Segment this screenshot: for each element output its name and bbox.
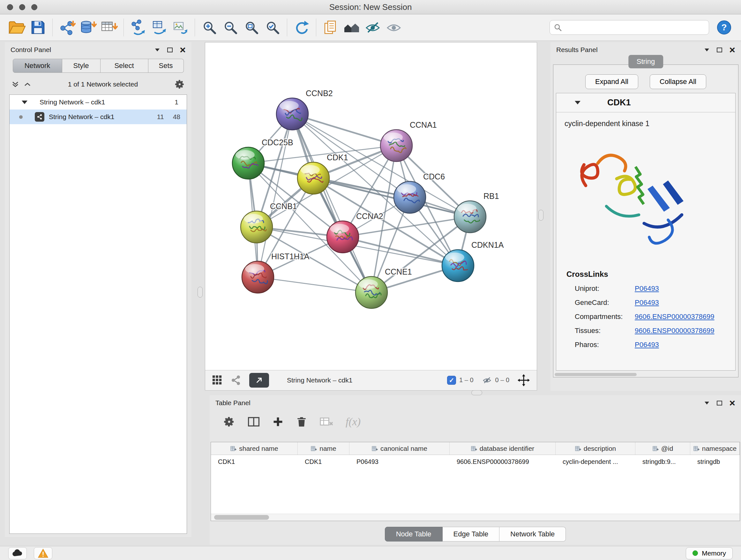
column-header[interactable]: description <box>556 442 635 455</box>
table-panel: Table Panel × <box>210 395 741 545</box>
control-panel-header: Control Panel × <box>5 42 192 57</box>
pharos-link[interactable]: P06493 <box>635 341 659 349</box>
show-columns-button[interactable] <box>247 416 260 428</box>
new-network-from-selection-button[interactable] <box>128 17 149 38</box>
memory-button[interactable]: Memory <box>686 547 733 559</box>
tree-expand-icon[interactable] <box>22 101 27 104</box>
import-table-from-file-button[interactable] <box>98 17 120 38</box>
birds-eye-toggle-button[interactable] <box>249 373 269 388</box>
gene-header[interactable]: CDK1 <box>556 93 735 112</box>
right-splitter-handle[interactable] <box>538 210 543 221</box>
help-button[interactable]: ? <box>714 17 735 38</box>
delete-table-button[interactable] <box>320 416 333 427</box>
collapse-gene-icon[interactable] <box>575 101 581 105</box>
network-collection-row[interactable]: String Network – cdk1 1 <box>10 95 187 110</box>
compartments-link[interactable]: 9606.ENSP00000378699 <box>635 313 715 321</box>
cloud-status-button[interactable] <box>8 547 27 559</box>
tissues-link[interactable]: 9606.ENSP00000378699 <box>635 327 715 335</box>
tab-edge-table[interactable]: Edge Table <box>443 527 500 542</box>
node-label: RB1 <box>483 192 499 200</box>
network-edge[interactable] <box>258 277 372 293</box>
close-window-button[interactable] <box>7 4 13 10</box>
import-network-from-database-button[interactable] <box>77 17 98 38</box>
uniprot-link[interactable]: P06493 <box>635 285 659 293</box>
panel-menu-icon[interactable] <box>704 401 709 405</box>
minimize-window-button[interactable] <box>19 4 25 10</box>
network-node-ccna1[interactable]: CCNA1 <box>381 120 437 162</box>
expand-all-icon[interactable] <box>23 80 31 88</box>
tab-style[interactable]: Style <box>62 59 100 73</box>
column-header[interactable]: database identifier <box>450 442 556 455</box>
table-horizontal-scrollbar[interactable] <box>211 514 740 521</box>
gene-description: cyclin-dependent kinase 1 <box>564 119 735 128</box>
genecard-link[interactable]: P06493 <box>635 299 659 307</box>
close-panel-icon[interactable]: × <box>729 398 735 408</box>
network-node-rb1[interactable]: RB1 <box>454 192 499 233</box>
toolbar-separator <box>287 18 287 37</box>
gear-icon[interactable] <box>174 79 185 90</box>
collapse-all-button[interactable]: Collapse All <box>650 74 706 89</box>
selected-checkbox-icon[interactable]: ✓ <box>447 376 456 385</box>
zoom-fit-button[interactable] <box>241 17 262 38</box>
bottom-splitter-handle[interactable] <box>471 390 482 395</box>
zoom-window-button[interactable] <box>31 4 37 10</box>
houses-button[interactable] <box>341 17 362 38</box>
network-edge[interactable] <box>292 114 372 293</box>
results-scrollbar[interactable] <box>555 373 737 376</box>
table-row[interactable]: CDK1 CDK1 P06493 9606.ENSP00000378699 cy… <box>211 455 740 469</box>
node-table: shared name name canonical name database… <box>211 442 740 521</box>
save-session-button[interactable] <box>27 17 49 38</box>
table-settings-button[interactable] <box>223 416 235 428</box>
warnings-button[interactable] <box>34 547 52 559</box>
copy-document-button[interactable] <box>320 17 341 38</box>
panel-menu-icon[interactable] <box>155 49 159 51</box>
zoom-out-button[interactable] <box>220 17 241 38</box>
network-canvas[interactable]: CCNB2CCNA1CDC25BCDK1CDC6RB1CCNB1CCNA2CDK… <box>205 43 537 370</box>
tab-network[interactable]: Network <box>13 59 62 73</box>
hide-graphics-button[interactable] <box>362 17 383 38</box>
network-view: CCNB2CCNA1CDC25BCDK1CDC6RB1CCNB1CCNA2CDK… <box>205 42 537 390</box>
zoom-in-button[interactable] <box>199 17 220 38</box>
pan-crosshair-icon[interactable] <box>518 374 530 386</box>
export-image-button[interactable] <box>170 17 191 38</box>
string-results-box: Expand All Collapse All CDK1 cyclin-depe… <box>553 64 738 377</box>
import-network-from-file-button[interactable] <box>57 17 77 38</box>
column-header[interactable]: @id <box>635 442 690 455</box>
network-node-hist1h1a[interactable]: HIST1H1A <box>242 252 310 293</box>
column-header[interactable]: canonical name <box>349 442 450 455</box>
zoom-selected-button[interactable] <box>262 17 283 38</box>
open-session-button[interactable] <box>6 17 27 38</box>
share-view-icon[interactable] <box>231 375 241 385</box>
delete-column-button[interactable] <box>296 416 307 428</box>
tab-network-table[interactable]: Network Table <box>499 527 566 542</box>
first-neighbors-button[interactable] <box>149 17 170 38</box>
float-panel-icon[interactable] <box>717 48 722 52</box>
grid-view-icon[interactable] <box>212 375 222 385</box>
function-builder-button[interactable]: f(x) <box>346 416 360 428</box>
network-node-cdk1[interactable]: CDK1 <box>297 153 348 194</box>
network-row-selected[interactable]: String Network – cdk1 11 48 <box>10 110 187 124</box>
tab-node-table[interactable]: Node Table <box>385 527 443 542</box>
network-node-ccne1[interactable]: CCNE1 <box>355 267 412 308</box>
network-node-cdkn1a[interactable]: CDKN1A <box>442 240 504 282</box>
column-header[interactable]: namespace <box>690 442 740 455</box>
network-node-cdc6[interactable]: CDC6 <box>394 172 445 213</box>
string-tab-badge[interactable]: String <box>628 55 663 68</box>
apply-layout-button[interactable] <box>291 17 312 38</box>
create-column-button[interactable] <box>272 416 284 428</box>
float-panel-icon[interactable] <box>167 48 173 52</box>
tab-sets[interactable]: Sets <box>148 59 184 73</box>
show-graphics-button[interactable] <box>383 17 404 38</box>
tab-select[interactable]: Select <box>100 59 148 73</box>
column-header[interactable]: shared name <box>211 442 298 455</box>
collapse-all-icon[interactable] <box>11 80 19 88</box>
node-label: CCNA2 <box>356 212 383 221</box>
left-splitter-handle[interactable] <box>198 287 203 298</box>
float-panel-icon[interactable] <box>717 401 722 406</box>
close-panel-icon[interactable]: × <box>729 45 735 55</box>
expand-all-button[interactable]: Expand All <box>585 74 638 89</box>
search-input[interactable] <box>564 23 705 31</box>
panel-menu-icon[interactable] <box>704 49 709 51</box>
column-header[interactable]: name <box>298 442 349 455</box>
close-panel-icon[interactable]: × <box>180 45 186 55</box>
